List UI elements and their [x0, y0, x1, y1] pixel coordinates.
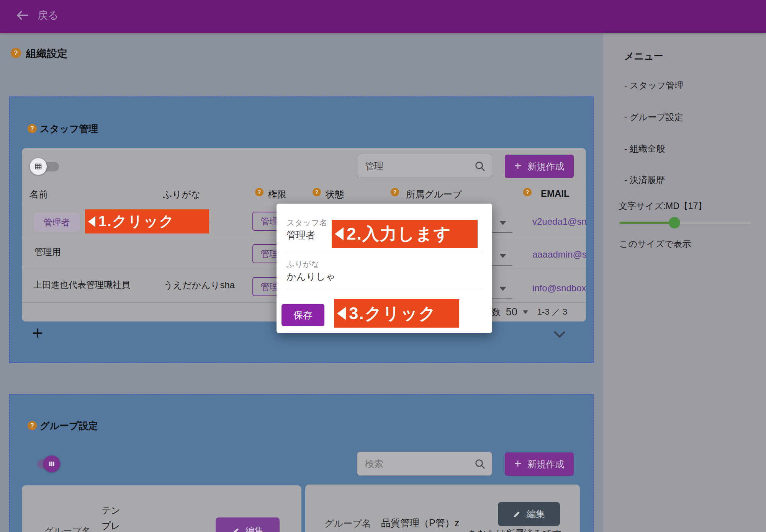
edit-label: 編集	[527, 508, 545, 520]
group-name-label: グループ名	[44, 525, 91, 532]
create-label: 新規作成	[527, 160, 564, 173]
staff-row-name[interactable]: 管理用	[34, 246, 61, 258]
add-row-button[interactable]: +	[32, 324, 43, 342]
sidebar-item-group[interactable]: - グループ設定	[624, 111, 683, 123]
staff-row-email[interactable]: aaaadmin@s	[532, 249, 586, 260]
group-edit-button[interactable]: 編集	[498, 502, 560, 526]
col-permission: 権限	[268, 188, 286, 201]
help-icon[interactable]: ?	[313, 188, 321, 196]
edit-label: 編集	[246, 525, 264, 532]
pagination-range: 1-3 ／ 3	[537, 306, 567, 318]
staff-row-furigana: うえだかんりsha	[164, 279, 235, 291]
divider	[286, 288, 482, 288]
grid-view-icon	[34, 163, 42, 170]
group-membership-note: あなたは所属済みです	[468, 527, 561, 532]
staff-search-input[interactable]	[357, 154, 492, 178]
col-name: 名前	[29, 188, 48, 201]
sidebar-item-billing[interactable]: - 決済履歴	[624, 174, 665, 186]
group-card: グループ名 品質管理（P管）z 編集 あなたは所属済みです	[305, 485, 580, 532]
font-size-slider[interactable]	[619, 217, 751, 229]
group-select[interactable]	[490, 257, 512, 266]
group-select[interactable]	[490, 224, 512, 233]
triangle-pointer-icon	[88, 216, 95, 227]
group-view-toggle[interactable]	[43, 455, 60, 472]
chevron-down-icon[interactable]	[553, 331, 566, 338]
save-button[interactable]: 保存	[282, 304, 324, 326]
plus-icon: +	[514, 457, 522, 470]
pencil-icon	[232, 527, 240, 532]
group-edit-button[interactable]: 編集	[216, 517, 280, 532]
group-name-label: グループ名	[324, 517, 371, 530]
per-page-label: 数	[492, 306, 501, 318]
create-label: 新規作成	[527, 458, 564, 470]
group-select[interactable]	[490, 290, 512, 299]
screen: 戻る ? 組織設定 ? スタッフ管理 +	[0, 0, 766, 532]
help-icon[interactable]: ?	[255, 188, 264, 196]
help-icon[interactable]: ?	[28, 421, 37, 430]
furigana-input[interactable]: かんりしゃ	[286, 270, 336, 283]
pencil-icon	[513, 510, 521, 518]
help-icon[interactable]: ?	[391, 188, 399, 196]
sidebar-title: メニュー	[624, 50, 663, 62]
furigana-label: ふりがな	[286, 259, 319, 269]
group-panel-title: グループ設定	[40, 419, 98, 432]
help-icon[interactable]: ?	[523, 188, 532, 196]
col-group: 所属グループ	[406, 188, 462, 201]
staff-create-button[interactable]: + 新規作成	[505, 155, 574, 178]
back-arrow-icon	[15, 10, 30, 21]
group-search-input[interactable]	[357, 452, 492, 475]
font-size-label: 文字サイズ:MD【17】	[619, 200, 707, 212]
staff-row-name[interactable]: 管理者	[33, 213, 80, 232]
group-name-value: 品質管理（P管）z	[381, 517, 459, 529]
plus-icon: +	[514, 160, 522, 172]
back-button[interactable]: 戻る	[15, 8, 59, 22]
staff-view-toggle[interactable]	[30, 158, 47, 175]
staff-row-email[interactable]: v2ueda1@sn	[532, 216, 586, 227]
tutorial-step-3: 3.クリック	[334, 299, 459, 328]
per-page-value[interactable]: 50	[506, 306, 517, 318]
tutorial-step-3-label: 3.クリック	[349, 302, 437, 325]
apply-font-size[interactable]: このサイズで表示	[619, 238, 691, 250]
group-name-value: テンプレ	[101, 503, 122, 532]
page-title: 組織設定	[26, 47, 67, 60]
staff-row-email[interactable]: info@sndbox	[532, 283, 586, 294]
tutorial-step-1-label: 1.クリック	[98, 212, 175, 231]
triangle-pointer-icon	[337, 307, 346, 320]
staff-panel-title: スタッフ管理	[40, 122, 98, 135]
staff-search-box	[357, 154, 492, 178]
group-card: グループ名 テンプレ 編集	[22, 485, 301, 532]
sidebar: メニュー - スタッフ管理 - グループ設定 - 組織全般 - 決済履歴 文字サ…	[603, 33, 766, 532]
col-furigana: ふりがな	[163, 188, 200, 201]
back-label: 戻る	[38, 8, 59, 22]
triangle-pointer-icon	[335, 227, 344, 240]
search-icon[interactable]	[475, 459, 486, 470]
staff-name-input[interactable]: 管理者	[286, 229, 315, 242]
group-panel: ? グループ設定 + 新規作成 グループ名 テンプレ	[9, 394, 594, 532]
slider-thumb[interactable]	[669, 217, 680, 228]
card-view-icon	[49, 461, 55, 467]
col-email: EMAIL	[541, 188, 570, 199]
help-icon[interactable]: ?	[28, 124, 37, 133]
tutorial-step-1: 1.クリック	[85, 209, 209, 233]
divider	[286, 252, 482, 252]
tutorial-step-2: 2.入力します	[332, 220, 478, 248]
top-app-bar: 戻る	[0, 0, 766, 33]
dropdown-arrow-icon[interactable]	[523, 310, 528, 314]
search-icon[interactable]	[475, 161, 486, 172]
staff-row-name[interactable]: 上田進也代表管理職社員	[33, 279, 130, 291]
sidebar-item-staff[interactable]: - スタッフ管理	[624, 80, 683, 91]
tutorial-step-2-label: 2.入力します	[347, 223, 452, 245]
col-status: 状態	[326, 188, 344, 201]
sidebar-item-org[interactable]: - 組織全般	[624, 143, 665, 155]
staff-name-label: スタッフ名	[286, 217, 327, 228]
help-icon[interactable]: ?	[11, 48, 21, 58]
group-create-button[interactable]: + 新規作成	[505, 452, 574, 476]
group-search-box	[357, 452, 492, 476]
